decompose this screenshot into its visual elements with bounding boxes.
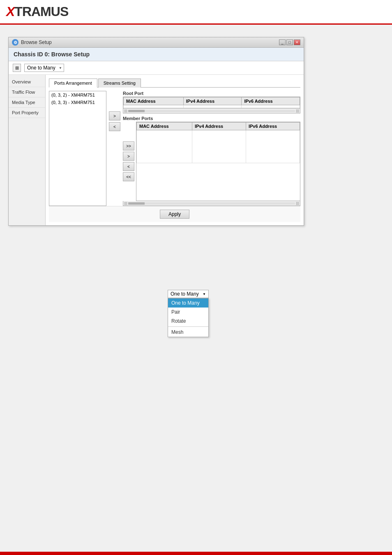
dropdown-trigger-label: One to Many bbox=[171, 291, 199, 297]
port-config: (0, 3, 2) - XM4RM751 (0, 3, 3) - XM4RM75… bbox=[49, 91, 300, 206]
dropdown-menu-container: One to Many ▼ One to Many Pair Rotate Me… bbox=[168, 290, 209, 337]
right-content: Ports Arrangement Streams Setting (0, 3,… bbox=[46, 75, 304, 225]
window-frame: ⚙ Browse Setup _ □ ✕ Chassis ID 0: Brows… bbox=[8, 37, 304, 226]
member-table-wrapper: MAC Address IPv4 Address IPv6 Address bbox=[136, 122, 300, 201]
dropdown-item-one-to-many[interactable]: One to Many bbox=[168, 298, 208, 308]
apply-row: Apply bbox=[49, 206, 300, 222]
member-col-ipv4: IPv4 Address bbox=[192, 123, 246, 130]
tab-ports-arrangement[interactable]: Ports Arrangement bbox=[49, 79, 97, 88]
table-row bbox=[137, 130, 300, 163]
member-port-label: Member Ports bbox=[123, 116, 300, 121]
port-list: (0, 3, 2) - XM4RM751 (0, 3, 3) - XM4RM75… bbox=[49, 91, 106, 206]
member-remove-button[interactable]: < bbox=[123, 162, 134, 171]
root-arrow-btns: > < bbox=[109, 91, 120, 206]
sidebar-item-overview[interactable]: Overview bbox=[9, 77, 45, 87]
root-col-ipv4: IPv4 Address bbox=[183, 97, 242, 105]
root-port-table-wrapper: MAC Address IPv4 Address IPv6 Address bbox=[123, 97, 300, 109]
toolbar-icon[interactable]: ⊞ bbox=[13, 64, 21, 72]
root-port-label: Root Port bbox=[123, 91, 300, 96]
member-arrows: >> > < << bbox=[123, 122, 134, 201]
window-title-left: ⚙ Browse Setup bbox=[12, 39, 52, 46]
port-list-item[interactable]: (0, 3, 3) - XM4RM751 bbox=[49, 99, 106, 106]
chassis-title: Chassis ID 0: Browse Setup bbox=[14, 51, 90, 58]
window-title-text: Browse Setup bbox=[21, 39, 52, 45]
root-member-area: Root Port MAC Address IPv4 Address IPv6 … bbox=[123, 91, 300, 206]
member-with-arrows: >> > < << bbox=[123, 122, 300, 201]
header: XTRAMUS bbox=[0, 0, 392, 25]
chassis-header: Chassis ID 0: Browse Setup bbox=[9, 48, 304, 61]
root-port-table: MAC Address IPv4 Address IPv6 Address bbox=[123, 97, 300, 108]
logo-rest: TRAMUS bbox=[14, 4, 68, 19]
member-ipv4-cell bbox=[192, 130, 246, 163]
member-scrollbar bbox=[123, 201, 300, 206]
dropdown-item-pair[interactable]: Pair bbox=[168, 308, 208, 317]
root-ipv6-cell bbox=[242, 105, 300, 108]
mode-dropdown[interactable]: One to Many Pair Rotate Mesh bbox=[24, 64, 64, 72]
window-titlebar: ⚙ Browse Setup _ □ ✕ bbox=[9, 37, 304, 48]
root-col-ipv6: IPv6 Address bbox=[242, 97, 300, 105]
member-add-button[interactable]: > bbox=[123, 152, 134, 161]
port-list-item[interactable]: (0, 3, 2) - XM4RM751 bbox=[49, 91, 106, 99]
member-add-all-button[interactable]: >> bbox=[123, 141, 134, 150]
member-remove-all-button[interactable]: << bbox=[123, 172, 134, 181]
window-body: Chassis ID 0: Browse Setup ⊞ One to Many… bbox=[9, 48, 304, 225]
member-port-section: Member Ports >> > < << bbox=[123, 116, 300, 206]
tabs-row: Ports Arrangement Streams Setting bbox=[49, 78, 300, 88]
logo: XTRAMUS bbox=[6, 4, 68, 19]
sidebar-nav: Overview Traffic Flow Media Type Port Pr… bbox=[9, 75, 46, 225]
member-mac-cell bbox=[137, 130, 192, 163]
member-ipv6-cell bbox=[246, 130, 300, 163]
footer-bar bbox=[0, 552, 392, 555]
dropdown-menu: One to Many Pair Rotate Mesh bbox=[168, 298, 209, 337]
dropdown-divider bbox=[168, 326, 208, 327]
table-row bbox=[124, 105, 300, 108]
root-scrollbar bbox=[123, 109, 300, 113]
tab-streams-setting[interactable]: Streams Setting bbox=[98, 79, 141, 88]
toolbar-row: ⊞ One to Many Pair Rotate Mesh bbox=[9, 61, 304, 75]
logo-x: X bbox=[6, 4, 14, 19]
root-remove-button[interactable]: < bbox=[109, 122, 120, 131]
panel-layout: Overview Traffic Flow Media Type Port Pr… bbox=[9, 75, 304, 225]
minimize-button[interactable]: _ bbox=[279, 39, 286, 45]
root-col-mac: MAC Address bbox=[124, 97, 184, 105]
sidebar-item-media-type[interactable]: Media Type bbox=[9, 97, 45, 108]
sidebar-item-port-property[interactable]: Port Property bbox=[9, 108, 45, 118]
dropdown-item-rotate[interactable]: Rotate bbox=[168, 317, 208, 326]
root-port-section: Root Port MAC Address IPv4 Address IPv6 … bbox=[123, 91, 300, 113]
window-controls: _ □ ✕ bbox=[279, 39, 300, 45]
main-content: ⚙ Browse Setup _ □ ✕ Chassis ID 0: Brows… bbox=[0, 25, 392, 238]
root-add-button[interactable]: > bbox=[109, 111, 120, 120]
maximize-button[interactable]: □ bbox=[286, 39, 293, 45]
mode-dropdown-wrapper: One to Many Pair Rotate Mesh bbox=[24, 64, 64, 72]
sidebar-item-traffic-flow[interactable]: Traffic Flow bbox=[9, 87, 45, 97]
member-col-mac: MAC Address bbox=[137, 123, 192, 130]
close-button[interactable]: ✕ bbox=[294, 39, 300, 45]
root-mac-cell bbox=[124, 105, 184, 108]
root-ipv4-cell bbox=[183, 105, 242, 108]
member-col-ipv6: IPv6 Address bbox=[246, 123, 300, 130]
apply-button[interactable]: Apply bbox=[160, 210, 189, 219]
dropdown-arrow-icon: ▼ bbox=[203, 292, 206, 296]
dropdown-item-mesh[interactable]: Mesh bbox=[168, 328, 208, 337]
member-port-table: MAC Address IPv4 Address IPv6 Address bbox=[136, 122, 300, 163]
dropdown-menu-trigger[interactable]: One to Many ▼ bbox=[168, 290, 209, 298]
window-icon: ⚙ bbox=[12, 39, 18, 46]
